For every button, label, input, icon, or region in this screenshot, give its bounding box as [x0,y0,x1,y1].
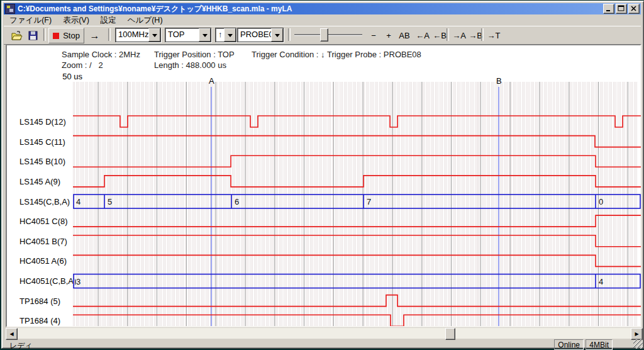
stop-label: Stop [63,31,80,40]
info-trigger-probe: Trigger Probe : PROBE08 [327,50,421,59]
info-trigger-condition: Trigger Condition : ↓ [252,50,325,59]
bus-value: 7 [367,197,371,206]
toolbar-button-[interactable]: + [381,28,396,43]
signal-trace [73,116,641,127]
chevron-down-icon[interactable] [271,28,283,42]
close-icon [630,5,638,13]
toolbar-button-AB[interactable]: AB [396,28,413,43]
info-zoom: Zoom : / 2 [62,60,103,70]
toolbar-button-B[interactable]: ←B [431,28,448,43]
maximize-button[interactable] [616,4,627,14]
minimize-icon [605,5,613,13]
sample-clock-combo[interactable]: 100MHz [115,28,161,42]
menu-item[interactable]: 設定 [95,14,122,26]
app-icon [5,4,15,14]
bus-value: 5 [108,197,112,206]
horizontal-scrollbar[interactable]: ◀ ▶ [6,328,641,339]
menu-item[interactable]: ヘルプ(H) [122,14,169,26]
toolbar-separator [447,28,449,41]
zoom-slider-thumb[interactable] [320,28,328,42]
toolbar-separator [108,28,111,41]
channel-label: LS145 A(9) [19,177,74,186]
toolbar-button-A[interactable]: ←A [414,28,431,43]
bus-value: 3 [76,277,80,286]
chevron-down-icon[interactable] [199,28,211,42]
signal-trace [73,255,641,266]
channel-label: HC4051 C(8) [19,217,74,226]
trigger-edge-combo[interactable]: ↑ [215,28,236,42]
toolbar-separator [43,28,46,41]
status-memory-panel: 4MBit [586,339,613,350]
info-sample-clock: Sample Clock : 2MHz [62,50,140,59]
trigger-edge-value: ↑ [216,28,224,42]
trigger-probe-combo[interactable]: PROBE00 [237,28,284,42]
channel-label: LS145(C,B,A) [19,197,74,206]
arrow-left-icon: ◀ [9,331,13,337]
scroll-left-button[interactable]: ◀ [6,328,18,340]
channel-label: LS145 D(12) [19,117,74,127]
info-trigger-position: Trigger Position : TOP [154,50,235,59]
signal-trace [73,315,641,326]
trigger-position-combo[interactable]: TOP [165,28,211,42]
trigger-probe-value: PROBE00 [238,28,271,42]
save-button[interactable] [25,28,42,43]
stop-button[interactable]: Stop [48,28,84,43]
marker-a-label[interactable]: A [209,76,214,86]
toolbar-separator [288,28,291,41]
app-window: C:¥Documents and Settings¥noname¥デスクトップ¥… [1,1,644,349]
bus-value: 4 [76,197,80,206]
arrow-right-icon: ▶ [635,331,638,337]
bus-value: 0 [599,197,603,206]
toolbar-button-[interactable]: − [366,28,381,43]
window-title: C:¥Documents and Settings¥noname¥デスクトップ¥… [18,4,602,14]
menu-item[interactable]: 表示(V) [57,14,95,26]
toolbar-button-T[interactable]: →T [486,28,502,43]
toolbar-separator [481,28,484,41]
channel-label: HC4051 A(6) [19,256,74,266]
signal-trace [73,176,641,187]
menu-item[interactable]: ファイル(F) [4,14,57,26]
run-button[interactable]: → [86,28,103,43]
marker-b-label[interactable]: B [496,76,502,86]
title-bar[interactable]: C:¥Documents and Settings¥noname¥デスクトップ¥… [4,3,641,14]
bus-value: 6 [235,197,239,206]
save-floppy-icon [28,31,38,40]
status-online-panel: Online [554,339,584,350]
channel-label: HC4051(C,B,A) [19,276,74,286]
channel-label: TP1684 (4) [19,316,74,325]
close-button[interactable] [628,4,640,14]
bus-value: 4 [599,277,603,286]
signal-trace [73,155,641,167]
maximize-icon [618,5,625,13]
channel-label: LS145 B(10) [19,157,74,166]
toolbar: Stop → 100MHz TOP ↑ PROBE00 −+AB←A←B→A→B… [4,26,641,45]
chevron-down-icon[interactable] [148,28,160,42]
waveform-canvas[interactable]: 4567034 [73,71,641,326]
minimize-button[interactable] [603,4,614,14]
trigger-position-value: TOP [165,28,199,42]
waveform-client-area: Sample Clock : 2MHzTrigger Position : TO… [6,44,641,327]
channel-label: LS145 C(11) [19,137,74,147]
run-arrow-icon: → [90,30,100,42]
channel-label: HC4051 B(7) [19,237,74,246]
signal-trace [73,215,641,227]
toolbar-button-A[interactable]: →A [451,28,467,43]
signal-trace [73,235,641,247]
scroll-right-button[interactable]: ▶ [631,328,643,340]
menu-bar: ファイル(F)表示(V)設定ヘルプ(H) [4,14,641,26]
sample-clock-value: 100MHz [116,28,148,42]
scrollbar-thumb[interactable] [445,328,455,340]
bus-trace [74,274,640,288]
stop-icon [53,33,59,39]
status-bar: レディ Online 4MBit [4,340,643,349]
open-file-button[interactable] [8,28,25,43]
channel-label: TP1684 (5) [19,296,74,306]
zoom-slider-track[interactable] [294,34,362,36]
chevron-down-icon[interactable] [224,28,236,42]
open-folder-icon [11,31,23,40]
signal-trace [73,136,641,147]
status-ready-text: レディ [9,341,33,350]
info-length: Length : 488.000 us [154,60,226,70]
signal-trace [73,295,641,307]
resize-grip[interactable] [633,339,643,349]
